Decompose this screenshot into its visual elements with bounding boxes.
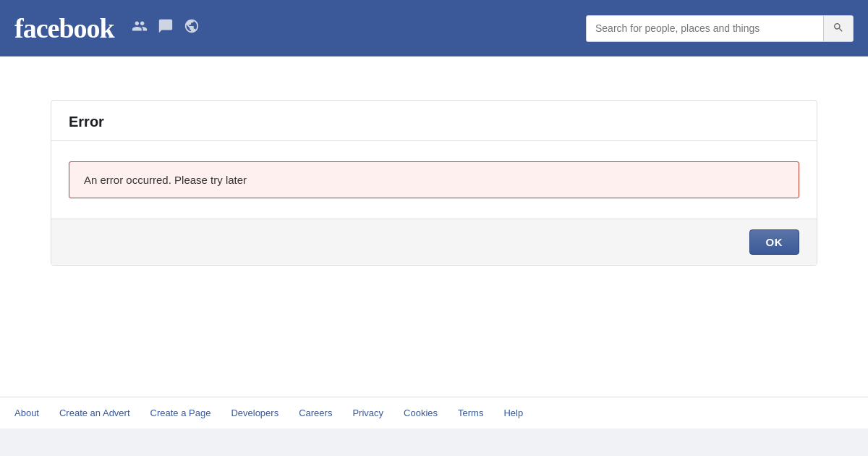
error-card-footer: OK	[51, 219, 817, 265]
facebook-logo: facebook	[14, 14, 114, 42]
error-card: Error An error occurred. Please try late…	[51, 100, 817, 266]
search-button[interactable]	[823, 16, 853, 41]
footer-link-careers[interactable]: Careers	[299, 408, 332, 418]
footer-link-privacy[interactable]: Privacy	[352, 408, 383, 418]
error-message-box: An error occurred. Please try later	[69, 161, 799, 198]
error-card-header: Error	[51, 101, 817, 141]
footer-link-developers[interactable]: Developers	[231, 408, 278, 418]
error-message-text: An error occurred. Please try later	[84, 174, 247, 186]
footer-link-about[interactable]: About	[14, 408, 39, 418]
footer-link-create-a-page[interactable]: Create a Page	[150, 408, 211, 418]
error-card-body: An error occurred. Please try later	[51, 141, 817, 219]
ok-button[interactable]: OK	[749, 229, 800, 255]
messages-icon[interactable]	[158, 18, 174, 38]
footer-link-cookies[interactable]: Cookies	[404, 408, 438, 418]
footer: AboutCreate an AdvertCreate a PageDevelo…	[0, 397, 868, 428]
navbar: facebook	[0, 0, 868, 56]
error-title: Error	[69, 114, 799, 130]
footer-link-terms[interactable]: Terms	[458, 408, 483, 418]
globe-icon[interactable]	[184, 18, 200, 38]
main-content: Error An error occurred. Please try late…	[0, 56, 868, 397]
footer-link-help[interactable]: Help	[503, 408, 523, 418]
footer-link-create-an-advert[interactable]: Create an Advert	[59, 408, 130, 418]
search-container	[586, 15, 854, 42]
friends-icon[interactable]	[132, 18, 148, 38]
search-input[interactable]	[587, 17, 823, 40]
